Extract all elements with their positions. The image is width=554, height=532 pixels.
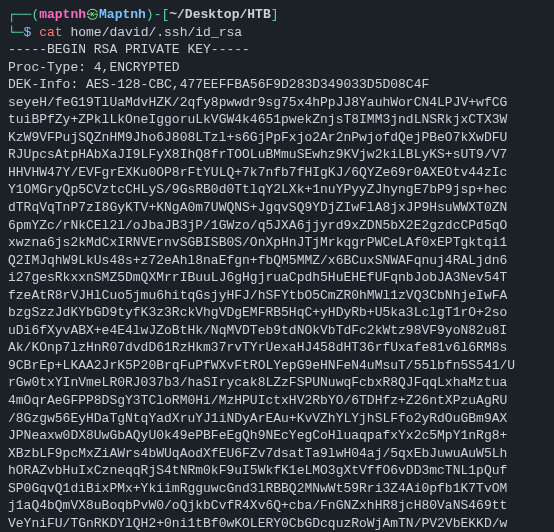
key-line: rGw0txYInVmeLR0RJ037b3/haSIrycak8LZzFSPU…	[8, 374, 546, 392]
key-line: /8Gzgw56EyHDaTgNtqYadXruYJ1iNDyArEAu+KvV…	[8, 410, 546, 428]
key-line: bzgSzzJdKYbGD9tyfK3z3RckVhgVDgEMFRB5HqC+…	[8, 304, 546, 322]
prompt-corner-top: ┌──	[8, 7, 31, 22]
key-line: SP0GqvQ1diBixPMx+YkiimRgguwcGnd3lRBBQ2MN…	[8, 480, 546, 498]
key-line: uDi6fXyvABX+e4E4lwJZoBtHk/NqMVDTeb9tdNOk…	[8, 322, 546, 340]
key-line: XBzbLF9pcMxZiAWrs4bWUqAodXfEU6FZv7dsatTa…	[8, 445, 546, 463]
key-line: VeYniFU/TGnRKDYlQH2+0ni1tBf0wKOLERY0CbGD…	[8, 515, 546, 532]
prompt-dollar: $	[24, 25, 32, 40]
prompt-corner-bottom: └─	[8, 25, 24, 40]
key-line: 4mOqrAeGFPP8DSgY3TCloRM0Hi/MzHPUIctxHV2R…	[8, 392, 546, 410]
prompt-bracket-open: -[	[154, 7, 170, 22]
key-line: Y1OMGryQp5CVztcCHLyS/9GsRB0d0TtlqY2LXk+1…	[8, 181, 546, 199]
key-line: Q2IMJqhW9LkUs48s+z72eAhl8naEfgn+fbQM5MMZ…	[8, 252, 546, 270]
prompt-user: maptnh	[39, 7, 86, 22]
key-line: Ak/KOnp7lzHnR07dvdD61RzHkm37rvTYrUexaHJ4…	[8, 339, 546, 357]
key-line: fzeAtR8rVJHlCuo5jmu6hitqGsjyHFJ/hSFYtbO5…	[8, 287, 546, 305]
prompt-line-1: ┌──(maptnh㉿Maptnh)-[~/Desktop/HTB]	[8, 6, 546, 24]
output-dek-info: DEK-Info: AES-128-CBC,477EEFFBA56F9D283D…	[8, 76, 546, 94]
output-begin: -----BEGIN RSA PRIVATE KEY-----	[8, 41, 546, 59]
key-line: 9CBrEp+LKAA2JrK5P20BrqFuPfWXvFtROLYepG9e…	[8, 357, 546, 375]
key-line: JPNeaxw0DX8UwGbAQyU0k49ePBFeEgQh9NEcYegC…	[8, 427, 546, 445]
key-line: HHVHW47Y/EVFgrEXKu0OP8rFtYULQ+7k7nfb7fHI…	[8, 164, 546, 182]
key-line: KzW9VFPujSQZnHM9Jho6J808LTzl+s6GjPpFxjo2…	[8, 129, 546, 147]
key-line: 6pmYZc/rNkCEl2l/oJbaJB3jP/1GWzo/q5JXA6jj…	[8, 217, 546, 235]
key-line: tuiBPfZy+ZPklLkOneIggoruLkVGW4k4651pwekZ…	[8, 111, 546, 129]
output-proc-type: Proc-Type: 4,ENCRYPTED	[8, 59, 546, 77]
key-line: j1aQ4bQmVX8uBoqbPvW0/oQjkbCvfR4Xv6Q+cba/…	[8, 497, 546, 515]
key-line: i27gesRkxxnSMZ5DmQXMrrIBuuLJ6gHgjruaCpdh…	[8, 269, 546, 287]
prompt-path: ~/Desktop/HTB	[169, 7, 270, 22]
key-line: seyeH/feG19TlUaMdvHZK/2qfy8pwwdr9sg75x4h…	[8, 94, 546, 112]
key-line: xwzna6js2kMdCxIRNVErnvSGBISB0S/OnXpHnJTj…	[8, 234, 546, 252]
prompt-host: Maptnh	[99, 7, 146, 22]
output-key-body: seyeH/feG19TlUaMdvHZK/2qfy8pwwdr9sg75x4h…	[8, 94, 546, 532]
prompt-bracket-close: ]	[271, 7, 279, 22]
command-argument: home/david/.ssh/id_rsa	[70, 25, 242, 40]
prompt-paren-close: )	[146, 7, 154, 22]
key-line: hORAZvbHuIxCzneqqRjS4tNRm0kF9uI5WkfK1eLM…	[8, 462, 546, 480]
prompt-line-2[interactable]: └─$ cat home/david/.ssh/id_rsa	[8, 24, 546, 42]
key-line: dTRqVqTnP7zI8GyKTV+KNgA0m7UWQNS+JgqvSQ9Y…	[8, 199, 546, 217]
command: cat	[39, 25, 62, 40]
prompt-symbol: ㉿	[86, 7, 99, 22]
key-line: RJUpcsAtpHAbXaJI9LFyX8IhQ8frTOOLuBMmuSEw…	[8, 146, 546, 164]
